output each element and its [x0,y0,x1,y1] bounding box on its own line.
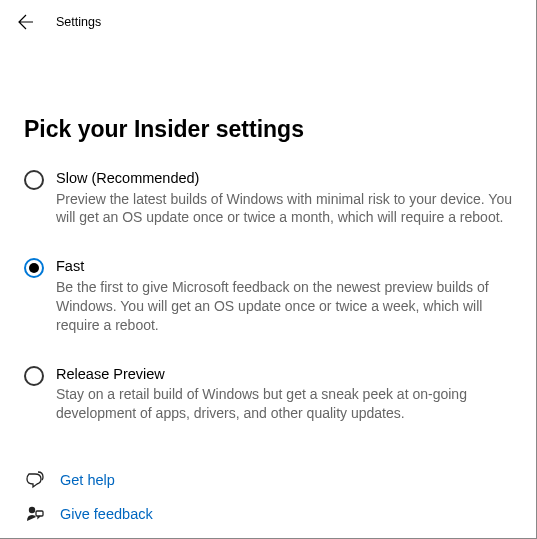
insider-options-group: Slow (Recommended) Preview the latest bu… [24,169,512,423]
svg-point-0 [29,507,35,513]
option-fast[interactable]: Fast Be the first to give Microsoft feed… [24,257,512,334]
help-icon [26,471,44,489]
option-description: Stay on a retail build of Windows but ge… [56,385,512,423]
option-text: Release Preview Stay on a retail build o… [56,365,512,423]
option-description: Be the first to give Microsoft feedback … [56,278,512,335]
feedback-icon [26,505,44,523]
radio-icon [24,170,44,190]
content-area: Pick your Insider settings Slow (Recomme… [0,40,536,523]
option-label: Release Preview [56,365,512,385]
radio-icon [24,258,44,278]
link-label: Get help [60,472,115,488]
back-icon[interactable] [18,14,34,30]
option-release-preview[interactable]: Release Preview Stay on a retail build o… [24,365,512,423]
link-label: Give feedback [60,506,153,522]
get-help-link[interactable]: Get help [26,471,512,489]
help-links: Get help Give feedback [24,471,512,523]
svg-rect-1 [36,511,43,516]
header-bar: Settings [0,0,536,40]
give-feedback-link[interactable]: Give feedback [26,505,512,523]
option-label: Slow (Recommended) [56,169,512,189]
option-slow[interactable]: Slow (Recommended) Preview the latest bu… [24,169,512,227]
option-description: Preview the latest builds of Windows wit… [56,190,512,228]
option-text: Slow (Recommended) Preview the latest bu… [56,169,512,227]
option-text: Fast Be the first to give Microsoft feed… [56,257,512,334]
header-title: Settings [56,15,101,29]
page-title: Pick your Insider settings [24,116,512,143]
radio-icon [24,366,44,386]
option-label: Fast [56,257,512,277]
